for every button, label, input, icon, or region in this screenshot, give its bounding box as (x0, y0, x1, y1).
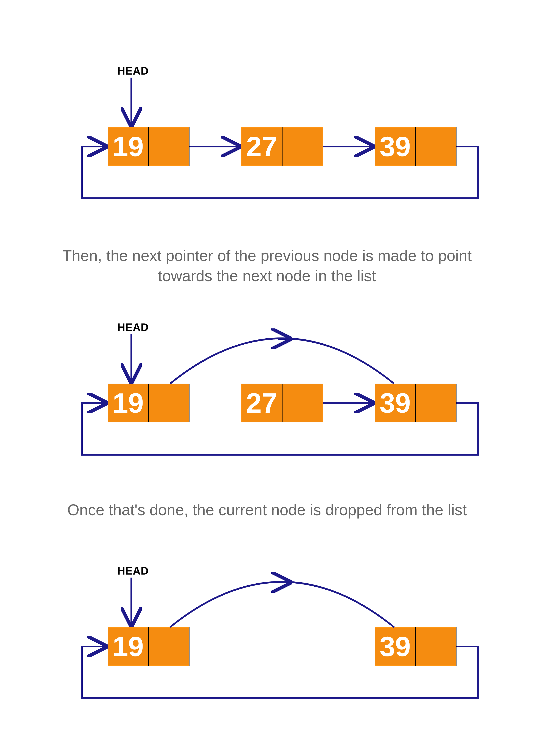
node-27-d2: 27 (241, 384, 323, 422)
caption-text: Then, the next pointer of the previous n… (62, 247, 471, 284)
node-pointer-icon (149, 627, 190, 666)
node-value: 19 (108, 627, 149, 666)
node-27-d1: 27 (241, 127, 323, 166)
caption-text: Once that's done, the current node is dr… (67, 501, 467, 519)
node-pointer-icon (416, 127, 456, 166)
node-pointer-icon (416, 627, 456, 666)
node-39-d3: 39 (375, 627, 456, 666)
node-39-d1: 39 (375, 127, 456, 166)
node-value: 39 (375, 627, 416, 666)
caption-step3: Once that's done, the current node is dr… (0, 500, 534, 520)
node-19-d1: 19 (108, 127, 190, 166)
node-39-d2: 39 (375, 384, 456, 422)
node-value: 27 (241, 384, 282, 422)
node-pointer-icon (416, 384, 456, 422)
node-pointer-icon (282, 127, 323, 166)
caption-step2: Then, the next pointer of the previous n… (0, 246, 534, 286)
node-value: 19 (108, 127, 149, 166)
node-pointer-icon (149, 384, 190, 422)
head-label-3: HEAD (117, 565, 149, 577)
node-pointer-icon (282, 384, 323, 422)
linked-list-deletion-diagram: HEAD 19 27 39 (0, 0, 534, 756)
node-value: 19 (108, 384, 149, 422)
node-value: 39 (375, 384, 416, 422)
head-label-1: HEAD (117, 65, 149, 77)
node-value: 39 (375, 127, 416, 166)
node-19-d3: 19 (108, 627, 190, 666)
node-pointer-icon (149, 127, 190, 166)
head-label-2: HEAD (117, 321, 149, 334)
node-value: 27 (241, 127, 282, 166)
node-19-d2: 19 (108, 384, 190, 422)
